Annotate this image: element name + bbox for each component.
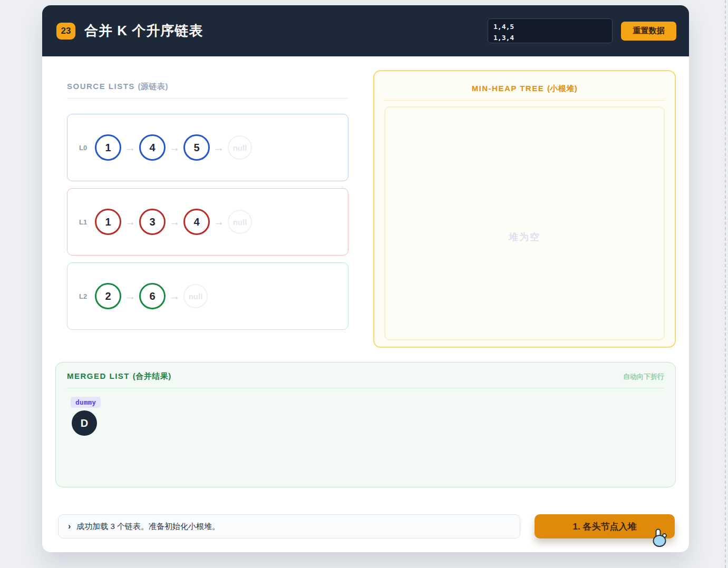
merged-list-divider bbox=[67, 388, 664, 388]
min-heap-canvas: 堆为空 bbox=[384, 106, 665, 340]
problem-number-badge: 23 bbox=[56, 23, 75, 40]
app-header: 23 合并 K 个升序链表 1,4,5 1,3,4 重置数据 bbox=[42, 5, 689, 56]
list-node: 1 bbox=[95, 134, 121, 161]
source-list-box: L22→6→null bbox=[67, 262, 348, 330]
main-content: SOURCE LISTS (源链表) L01→4→5→nullL11→3→4→n… bbox=[42, 56, 689, 348]
merged-list-title-zh: (合并结果) bbox=[133, 371, 171, 380]
arrow-icon: → bbox=[121, 290, 139, 302]
min-heap-panel: MIN-HEAP TREE (小根堆) 堆为空 bbox=[373, 70, 676, 348]
arrow-icon: → bbox=[210, 216, 228, 228]
dummy-node: D bbox=[72, 410, 97, 436]
lists-input-textarea[interactable]: 1,4,5 1,3,4 bbox=[488, 18, 613, 43]
heap-empty-text: 堆为空 bbox=[509, 231, 540, 243]
arrow-icon: → bbox=[121, 216, 139, 228]
next-step-button[interactable]: 1. 各头节点入堆 bbox=[535, 514, 675, 538]
reset-data-button[interactable]: 重置数据 bbox=[621, 22, 676, 41]
list-label: L0 bbox=[79, 144, 95, 152]
list-node: 1 bbox=[95, 209, 121, 235]
list-node: 6 bbox=[139, 283, 166, 309]
status-text: 成功加载 3 个链表。准备初始化小根堆。 bbox=[76, 522, 220, 532]
merged-list-panel: MERGED LIST (合并结果) 自动向下折行 dummy D bbox=[55, 362, 676, 487]
arrow-icon: → bbox=[166, 290, 183, 302]
source-lists: L01→4→5→nullL11→3→4→nullL22→6→null bbox=[67, 114, 348, 330]
auto-wrap-hint: 自动向下折行 bbox=[623, 372, 664, 381]
merged-list-title-en: MERGED LIST bbox=[67, 371, 130, 380]
viewport-dashed-edge bbox=[725, 0, 726, 568]
merged-list-title: MERGED LIST (合并结果) bbox=[67, 371, 171, 381]
source-lists-title-zh: (源链表) bbox=[138, 82, 169, 91]
source-list-box: L11→3→4→null bbox=[67, 188, 348, 256]
chevron-icon: › bbox=[68, 522, 71, 531]
list-node: 3 bbox=[139, 209, 166, 235]
app-card: 23 合并 K 个升序链表 1,4,5 1,3,4 重置数据 SOURCE LI… bbox=[42, 5, 689, 552]
page-title: 合并 K 个升序链表 bbox=[84, 22, 203, 40]
min-heap-divider bbox=[384, 100, 665, 101]
list-label: L2 bbox=[79, 292, 95, 300]
list-node: 4 bbox=[139, 134, 166, 161]
list-node: 4 bbox=[183, 209, 210, 235]
null-node: null bbox=[228, 210, 252, 234]
list-node: 5 bbox=[183, 134, 210, 161]
dummy-label-badge: dummy bbox=[71, 397, 101, 408]
merged-list-header: MERGED LIST (合并结果) 自动向下折行 bbox=[67, 371, 664, 381]
arrow-icon: → bbox=[166, 216, 183, 228]
min-heap-title: MIN-HEAP TREE (小根堆) bbox=[384, 84, 665, 94]
source-lists-title-en: SOURCE LISTS bbox=[67, 82, 135, 91]
list-node: 2 bbox=[95, 283, 121, 309]
null-node: null bbox=[183, 284, 208, 308]
source-lists-section: SOURCE LISTS (源链表) L01→4→5→nullL11→3→4→n… bbox=[55, 56, 348, 330]
source-list-box: L01→4→5→null bbox=[67, 114, 348, 181]
arrow-icon: → bbox=[166, 142, 183, 154]
cursor-hand-icon bbox=[652, 528, 668, 547]
source-lists-title: SOURCE LISTS (源链表) bbox=[67, 82, 348, 92]
status-message-box: › 成功加载 3 个链表。准备初始化小根堆。 bbox=[58, 514, 520, 538]
source-lists-divider bbox=[67, 98, 348, 99]
list-label: L1 bbox=[79, 218, 95, 226]
null-node: null bbox=[228, 135, 252, 160]
footer-row: › 成功加载 3 个链表。准备初始化小根堆。 1. 各头节点入堆 bbox=[58, 514, 675, 538]
arrow-icon: → bbox=[210, 142, 228, 154]
arrow-icon: → bbox=[121, 142, 139, 154]
min-heap-title-zh: (小根堆) bbox=[547, 84, 578, 93]
next-step-button-label: 1. 各头节点入堆 bbox=[573, 522, 637, 532]
min-heap-title-en: MIN-HEAP TREE bbox=[472, 84, 545, 93]
